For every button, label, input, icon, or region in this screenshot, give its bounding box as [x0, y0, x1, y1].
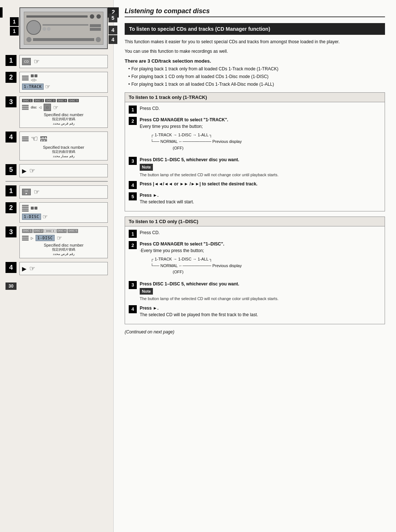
device-inner: [24, 12, 103, 45]
track-step3-box: DISC 1 DISC 2 DISC 3 DISC 4 DISC 5 disc …: [19, 96, 108, 128]
mode-bullet-3: For playing back 1 track on all loaded C…: [128, 81, 385, 88]
device-image: 1 1 5 4 4: [19, 7, 108, 49]
intro-text2: You can use this function to make record…: [125, 48, 385, 55]
disc-step2-num: 2: [6, 202, 16, 213]
track-step3-badge: 3: [129, 157, 137, 165]
disc-step1-num: 1: [6, 185, 16, 196]
track-instr-step4: 4 Press |◄◄/◄◄ or ►► /►►| to select the …: [129, 181, 381, 189]
disc-instruction-header: To listen to 1 CD only (1–DISC): [125, 217, 385, 226]
track-step4-badge: 4: [129, 181, 137, 189]
right-panel: Listening to compact discs To listen to …: [114, 0, 396, 532]
track-step2-box: ◁ ▷ 1-TRACK ☞: [19, 72, 108, 93]
disc-step3-badge: 3: [129, 281, 137, 289]
disc-step4-box: ▶ ☞: [19, 262, 108, 275]
disc-step2-badge: 2: [129, 241, 137, 249]
disc-step2-text: Press CD MANAGER to select "1–DISC". ·Ev…: [140, 241, 381, 278]
disc-step3-lcd: 1-DISC: [36, 235, 55, 241]
disc-step2-wrapper: 2 1-DISC ☞: [19, 202, 108, 223]
disc-step4-text: Press ►. The selected CD will be played …: [140, 305, 381, 318]
disc-step1-box: CD ▶ ☞: [19, 185, 108, 199]
track-step3-caption: Specified disc number 指定的唱片號碼 رقم قرص مح…: [22, 112, 105, 125]
track-step3-note: The button lamp of the selected CD will …: [140, 172, 381, 178]
track-instruction-header: To listen to 1 track only (1-TRACK): [125, 93, 385, 102]
disc3-btn: DISC 3: [45, 99, 56, 102]
page-title: Listening to compact discs: [125, 7, 385, 17]
track-step5-wrapper: 5 ▶ ☞: [19, 164, 108, 177]
track-step2-badge: 2: [129, 117, 137, 125]
disc-instr-step3: 3 Press DISC 1–DISC 5, whichever disc yo…: [129, 281, 381, 302]
track-step2-num: 2: [6, 72, 16, 83]
track-step5-badge: 5: [129, 192, 137, 200]
track-instruction-body: 1 Press CD. 2 Press CD MANAGER to select…: [125, 102, 385, 211]
disc-step2-box: 1-DISC ☞: [19, 202, 108, 223]
note-badge-1: Note: [140, 164, 153, 171]
track-step4-box: ☜ |◄◄ ►►| Specified track number 指定的曲目號碼…: [19, 132, 108, 160]
disc-step4-num: 4: [6, 262, 16, 273]
track-step4-text: Press |◄◄/◄◄ or ►► /►►| to select the de…: [140, 181, 381, 187]
track-step3-num: 3: [6, 96, 16, 107]
track-step2-text: Press CD MANAGER to select "1-TRACK". Ev…: [140, 117, 381, 154]
track-step3-wrapper: 3 DISC 1 DISC 2 DISC 3 DISC 4 DISC 5 dis…: [19, 96, 108, 128]
page-number: 30: [6, 282, 16, 290]
track-flow-diagram: ┌ 1-TRACK → 1-DISC → 1-ALL ┐ └── NORMAL …: [151, 132, 381, 151]
disc-step1-wrapper: 1 CD ▶ ☞: [19, 185, 108, 199]
disc-instruction-box: To listen to 1 CD only (1–DISC) 1 Press …: [125, 217, 385, 324]
disc-step4-wrapper: 4 ▶ ☞: [19, 262, 108, 275]
track-step4-num: 4: [6, 132, 16, 143]
disc-lcd: 1-DISC: [22, 214, 41, 220]
track-lcd: 1-TRACK: [22, 84, 44, 90]
disc-step1-badge: 1: [129, 230, 137, 238]
disc-step1-text: Press CD.: [140, 229, 381, 236]
track-instr-step3: 3 Press DISC 1–DISC 5, whichever disc yo…: [129, 156, 381, 178]
main-section-header: To listen to special CDs and tracks (CD …: [125, 23, 385, 35]
track-step2-wrapper: 2 ◁ ▷: [19, 72, 108, 93]
disc-step3-box: DISC 1 DISC 2 DISC 3 DISC 4 DISC 5 ▷ 1-D…: [19, 226, 108, 258]
track-step5-box: ▶ ☞: [19, 164, 108, 177]
disc-step3-wrapper: 3 DISC 1 DISC 2 DISC 3 DISC 4 DISC 5 ▷ 1…: [19, 226, 108, 258]
disc-step3-num: 3: [6, 226, 16, 237]
track-step1-badge: 1: [129, 106, 137, 114]
disc4-btn: DISC 4: [57, 99, 67, 102]
disc-instr-step1: 1 Press CD.: [129, 229, 381, 238]
mode-bullet-2: For playing back 1 CD only from all load…: [128, 74, 385, 80]
track-step1-box: CD ☞: [19, 55, 108, 68]
track-step5-num: 5: [6, 164, 16, 175]
left-panel: 3 3 2 2 1 1 5 4 4: [0, 0, 114, 532]
disc-step4-badge: 4: [129, 305, 137, 313]
track-instruction-box: To listen to 1 track only (1-TRACK) 1 Pr…: [125, 92, 385, 211]
disc-step3-note: The button lamp of the selected CD will …: [140, 296, 381, 302]
track-step5-text: Press ►. The selected track will start.: [140, 192, 381, 205]
disc-instr-step2: 2 Press CD MANAGER to select "1–DISC". ·…: [129, 241, 381, 278]
track-step3-text: Press DISC 1–DISC 5, whichever disc you …: [140, 156, 381, 178]
modes-header: There are 3 CD/track selection modes.: [125, 58, 385, 64]
disc-step3-caption: Specified disc number 指定的唱片號碼 رقم قرص مح…: [22, 243, 105, 256]
device-label-3b: 3: [0, 7, 3, 18]
continued-text: (Continued on next page): [125, 329, 385, 335]
note-badge-2: Note: [140, 288, 153, 295]
track-step1-num: 1: [6, 55, 16, 66]
disc-instruction-body: 1 Press CD. 2 Press CD MANAGER to select…: [125, 226, 385, 324]
disc2-btn: DISC 2: [34, 99, 44, 102]
track-step1-text: Press CD.: [140, 105, 381, 112]
track-step1-wrapper: 1 CD ☞: [19, 55, 108, 68]
disc-step3-text: Press DISC 1–DISC 5, whichever disc you …: [140, 281, 381, 302]
track-instr-step1: 1 Press CD.: [129, 105, 381, 114]
track-instr-step5: 5 Press ►. The selected track will start…: [129, 192, 381, 205]
disc5-btn: DISC 5: [68, 99, 79, 102]
disc-instr-step4: 4 Press ►. The selected CD will be playe…: [129, 305, 381, 318]
disc1-btn: DISC 1: [22, 99, 33, 102]
track-step4-wrapper: 4 ☜ |◄◄ ►►| Specified track number 指定的曲目…: [19, 132, 108, 160]
disc-flow-diagram: ┌ 1-TRACK → 1-DISC → 1-ALL ┐ └── NORMAL …: [151, 256, 381, 276]
track-instr-step2: 2 Press CD MANAGER to select "1-TRACK". …: [129, 117, 381, 154]
track-step4-caption: Specified track number 指定的曲目號碼 رقم مسار …: [22, 145, 105, 158]
mode-bullet-1: For playing back 1 track only from all l…: [128, 66, 385, 72]
intro-text1: This function makes it easier for you to…: [125, 38, 385, 45]
